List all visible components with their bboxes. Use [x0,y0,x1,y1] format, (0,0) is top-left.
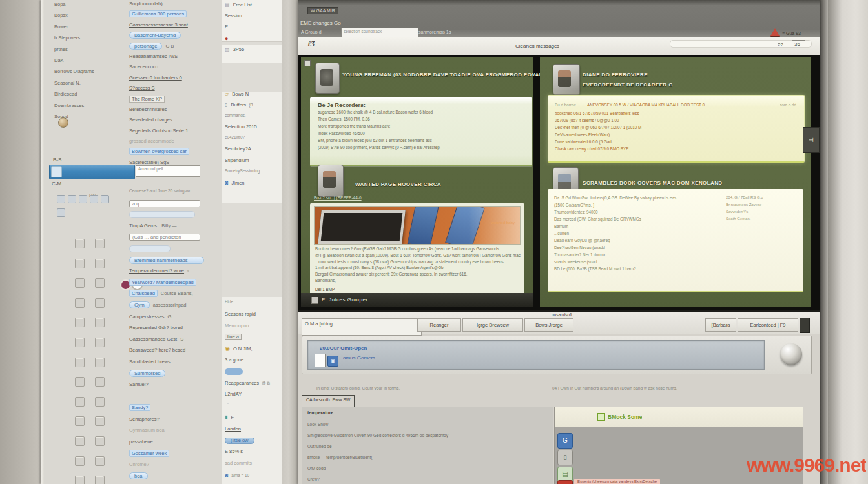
toolbar-scroll-pill[interactable] [670,40,812,48]
sidebar-label[interactable]: Doembrasses [54,103,125,114]
sidebar-entry[interactable]: passabene [129,439,225,450]
mini-icon[interactable] [101,195,109,203]
mini-icon[interactable] [57,208,65,217]
document-icon[interactable] [315,354,326,367]
grid-icon[interactable] [95,456,105,466]
sidebar-label[interactable]: DaK [54,57,125,68]
sidebar-entry[interactable]: Chrome? [129,461,225,473]
col2-item[interactable]: Stipendium [225,157,282,168]
col2-item[interactable]: Sembriey?A. [225,146,282,157]
col2-item[interactable]: SometrySessioning [225,168,282,179]
grid-icon[interactable] [95,377,105,387]
grid-icon[interactable] [95,338,105,347]
col2-item[interactable]: sad commits [225,460,282,472]
sidebar-entry[interactable]: Summorsed [129,370,225,382]
sidebar-entry[interactable]: Gassessmanded GestS [129,336,225,348]
grid-icon[interactable] [95,476,105,484]
toolbar-button-5[interactable]: Earlconteed | F9 [738,318,798,332]
grid-icon[interactable] [75,278,85,288]
mini-icon-cluster[interactable] [57,194,116,221]
grid-icon[interactable] [75,318,85,327]
sidebar-entry[interactable]: S?access S [129,85,225,96]
col2-item[interactable]: Selection 2015. [225,124,282,135]
grid-icon[interactable] [75,338,85,347]
grid-icon[interactable] [95,278,105,288]
toolbar-dark-square[interactable] [800,318,810,333]
col2-item[interactable]: O.N JIM, [225,345,282,357]
col2-item[interactable] [225,35,282,46]
grid-icon[interactable] [75,259,85,268]
grid-icon[interactable] [95,436,105,446]
grid-icon[interactable] [75,436,85,446]
compose-icon[interactable]: G [557,433,573,449]
section-tab[interactable]: CA forsooth: Eww SW [302,395,355,408]
grid-icon[interactable] [75,456,85,466]
note-icon[interactable]: ▯ [557,450,573,465]
filter-field[interactable]: O M.a [obing [302,318,422,336]
sidebar-label[interactable]: Bower [54,24,125,35]
col2-item[interactable]: Seasons rapid [225,311,282,323]
search-input-area[interactable]: 20.0Our Omit-Open amus Gomers ▣ [307,340,765,370]
col2-item[interactable]: F [225,414,282,426]
sidebar-label[interactable]: Birdiesead [54,91,125,102]
mini-icon[interactable] [90,195,98,203]
col2-item[interactable]: Jimen [225,179,282,190]
sidebar-entry[interactable]: Sevededed charges [129,117,225,127]
grid-icon[interactable] [95,318,105,327]
sidebar-label[interactable]: Seasonal N. [54,80,125,91]
grid-icon[interactable] [95,259,105,268]
sidebar-entry[interactable]: Sacefectable) SgS [129,159,225,170]
grid-icon[interactable] [75,476,85,484]
sidebar-entry[interactable]: Beansweed? here? besed [129,347,225,359]
sidebar-entry[interactable]: Sacececcocc [129,64,225,74]
sidebar-entry[interactable]: a q [129,200,225,212]
col2-item[interactable] [225,57,282,68]
sidebar-entry[interactable]: Yearword? Mandemseedpad [129,279,225,291]
sphere-button[interactable] [780,343,802,365]
grid-icon[interactable] [95,397,105,407]
sidebar-entry[interactable]: Gymassessssrinpad [129,302,225,314]
sidebar-entry[interactable]: Ceanese? and Jane 20 swing-wr [129,188,225,200]
grid-icon[interactable] [75,239,85,248]
col2-item[interactable]: Reappearances@ ⧉ [225,380,282,392]
signature-mark-icon[interactable]: ℓӠ [307,39,315,49]
sidebar-entry[interactable]: Bremmed hammerheads [129,257,225,268]
sidebar-label[interactable]: Bopsx [54,12,125,23]
col2-item[interactable]: alma = 10 [225,472,282,483]
col2-item[interactable]: Memoupon [225,323,282,334]
sidebar-entry[interactable]: bea [129,473,225,484]
col2-item[interactable]: · ¨ · [225,403,282,414]
grid-icon[interactable] [95,298,105,308]
grid-icon[interactable] [75,416,85,426]
sidebar-entry[interactable]: personageG B [129,43,225,54]
col2-item[interactable] [225,68,282,79]
sidebar-entry[interactable]: Gossamer week [129,450,225,462]
col2-item[interactable]: e0421@0? [225,135,282,146]
sidebar-entry[interactable]: The Rome XP [129,96,225,106]
sidebar-entry[interactable]: Semaphores? [129,416,225,428]
col2-item[interactable]: line a [225,334,282,345]
toolbar-button-4[interactable]: [Barbara [705,318,736,332]
sidebar-entry[interactable]: (Gus … and pendleton [129,234,225,245]
toolbar-button-3[interactable]: Bows Jrorge [524,318,574,332]
col2-item[interactable] [225,368,282,380]
sidebar-entry[interactable] [129,211,225,223]
sidebar-entry[interactable]: Sandy? [129,405,225,416]
grid-icon[interactable] [95,416,105,426]
col2-item[interactable]: L2ndAY [225,391,282,403]
attachment-icon[interactable]: ▣ [327,356,338,367]
col2-item[interactable]: 3P56 [225,46,282,57]
sidebar-label[interactable]: Borrows Diagrams [54,68,125,79]
sidebar-entry[interactable]: Gassessessessesse 3 sant [129,22,225,32]
col2-item[interactable]: commands, [225,113,282,124]
col2-item[interactable]: Bows N [225,91,282,102]
grid-icon[interactable] [75,397,85,407]
sidebar-entry[interactable]: Samuel? [129,381,225,393]
sidebar-label[interactable]: prthes [54,46,125,57]
sidebar-entry[interactable]: Temperandemmed? wore◦ [129,268,225,279]
sidebar-entry[interactable]: Guillemans 300 persons [129,11,225,21]
sidebar-label[interactable]: b Stepovers [54,35,125,46]
toolbar-button-2[interactable]: Igrge Drewcew [462,318,523,332]
col2-item[interactable]: P [225,24,282,35]
col2-item[interactable]: Session [225,13,282,24]
